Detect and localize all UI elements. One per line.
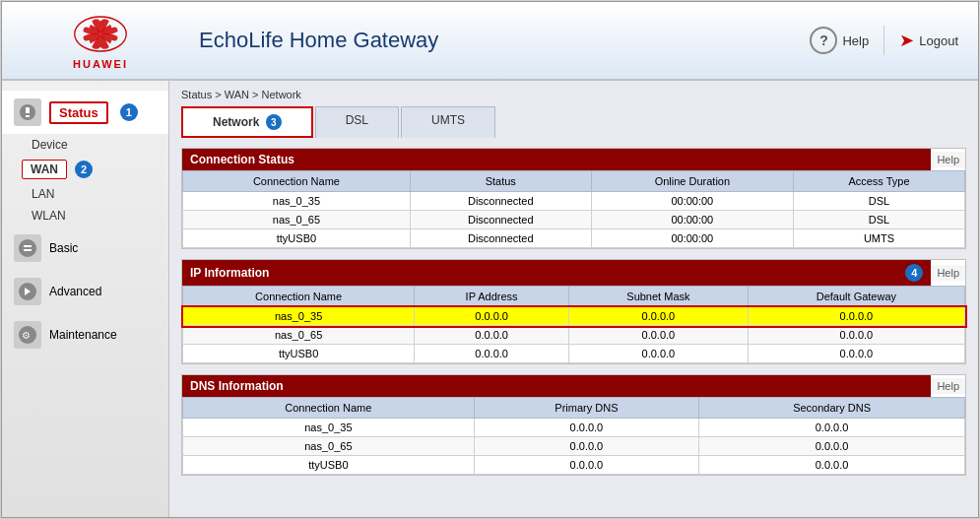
cell-name: nas_0_35 [183,192,411,211]
ip-information-section: IP Information 4 Help Connection Name IP… [181,259,966,364]
main-content: Status > WAN > Network Network 3 DSL UMT… [169,81,978,517]
cell-gateway: 0.0.0.0 [748,345,964,363]
cell-name: nas_0_65 [183,437,475,456]
tab-umts-label: UMTS [431,113,465,127]
cell-name: nas_0_35 [183,307,415,326]
cell-name: ttyUSB0 [183,229,411,248]
advanced-label: Advanced [49,285,101,298]
maintenance-label: Maintenance [49,328,117,342]
table-row: nas_0_35 0.0.0.0 0.0.0.0 [183,419,965,437]
wan-badge-num: 2 [75,161,93,178]
cell-access: DSL [794,211,965,229]
tab-dsl[interactable]: DSL [315,106,399,138]
help-label: Help [842,33,869,48]
tab-network-label: Network [213,115,259,129]
col-subnet-mask: Subnet Mask [568,287,748,307]
status-icon [14,98,41,126]
status-badge-num: 1 [120,103,138,121]
table-row: nas_0_65 Disconnected 00:00:00 DSL [183,211,965,229]
connection-status-help[interactable]: Help [931,152,965,167]
dns-info-header: DNS Information [182,375,931,397]
table-row-highlighted: nas_0_35 0.0.0.0 0.0.0.0 0.0.0.0 [183,307,965,326]
cell-secondary-dns: 0.0.0.0 [699,437,965,456]
cell-ip: 0.0.0.0 [415,345,569,363]
tab-network-badge: 3 [266,114,282,130]
col-primary-dns: Primary DNS [474,398,698,419]
logout-label: Logout [919,33,958,48]
advanced-icon [14,278,41,305]
ip-info-header: IP Information 4 [182,260,931,286]
cell-duration: 00:00:00 [591,229,793,248]
svg-point-4 [19,239,36,257]
cell-primary-dns: 0.0.0.0 [474,437,698,456]
table-row: ttyUSB0 0.0.0.0 0.0.0.0 0.0.0.0 [183,345,965,363]
cell-name: ttyUSB0 [183,345,415,363]
cell-status: Disconnected [410,211,591,229]
sidebar-item-maintenance[interactable]: ⚙ Maintenance [2,313,168,357]
dns-info-help[interactable]: Help [931,378,965,394]
col-connection-name: Connection Name [183,171,411,192]
connection-status-table: Connection Name Status Online Duration A… [182,170,965,248]
col-connection-name: Connection Name [183,398,475,419]
table-row: nas_0_35 Disconnected 00:00:00 DSL [183,192,965,211]
cell-name: nas_0_65 [183,326,415,345]
status-label: Status [49,101,108,124]
cell-primary-dns: 0.0.0.0 [474,419,698,437]
sidebar-item-wlan[interactable]: WLAN [22,205,168,227]
help-button[interactable]: ? Help [810,27,869,54]
tab-umts[interactable]: UMTS [401,106,495,138]
tab-bar: Network 3 DSL UMTS [181,106,966,138]
dns-info-table: Connection Name Primary DNS Secondary DN… [182,397,965,475]
col-access-type: Access Type [794,171,965,192]
connection-status-header: Connection Status [182,149,931,170]
sidebar-item-lan[interactable]: LAN [22,183,168,205]
cell-name: ttyUSB0 [183,456,475,475]
cell-access: DSL [794,192,965,211]
cell-status: Disconnected [410,229,591,248]
cell-subnet: 0.0.0.0 [568,345,748,363]
col-ip-address: IP Address [415,287,569,307]
logout-button[interactable]: ➤ Logout [899,30,958,51]
status-submenu: Device WAN 2 LAN WLAN [2,134,168,227]
tab-network[interactable]: Network 3 [181,106,313,138]
app-title: EchoLife Home Gateway [179,28,810,53]
huawei-logo-icon [66,12,135,56]
sidebar-item-status[interactable]: Status 1 [2,91,168,134]
table-row: ttyUSB0 0.0.0.0 0.0.0.0 [183,456,965,475]
ip-info-title: IP Information [190,266,269,280]
logo-area: HUAWEI [22,12,179,70]
maintenance-icon: ⚙ [14,321,41,349]
sidebar-item-wan[interactable]: WAN [22,160,67,179]
ip-info-help[interactable]: Help [931,265,965,281]
cell-duration: 00:00:00 [591,192,793,211]
svg-rect-3 [26,115,30,117]
svg-text:⚙: ⚙ [22,330,31,341]
col-default-gateway: Default Gateway [748,287,964,307]
help-icon: ? [810,27,837,54]
col-connection-name: Connection Name [183,287,415,307]
sidebar-item-advanced[interactable]: Advanced [2,270,168,313]
dns-info-title: DNS Information [190,379,284,393]
cell-duration: 00:00:00 [591,211,793,229]
basic-label: Basic [49,241,78,255]
sidebar-item-basic[interactable]: Basic [2,227,168,270]
cell-name: nas_0_65 [183,211,411,229]
tab-dsl-label: DSL [346,113,368,127]
table-row: nas_0_65 0.0.0.0 0.0.0.0 [183,437,965,456]
cell-name: nas_0_35 [183,419,475,437]
table-row: ttyUSB0 Disconnected 00:00:00 UMTS [183,229,965,248]
cell-secondary-dns: 0.0.0.0 [699,419,965,437]
sidebar-item-device[interactable]: Device [22,134,168,156]
svg-rect-2 [26,107,30,113]
dns-information-section: DNS Information Help Connection Name Pri… [181,374,966,476]
cell-secondary-dns: 0.0.0.0 [699,456,965,475]
table-row: nas_0_65 0.0.0.0 0.0.0.0 0.0.0.0 [183,326,965,345]
col-secondary-dns: Secondary DNS [699,398,965,419]
huawei-brand-text: HUAWEI [73,58,128,70]
breadcrumb: Status > WAN > Network [181,89,966,100]
ip-info-badge: 4 [905,264,923,282]
logout-icon: ➤ [899,30,914,51]
col-online-duration: Online Duration [591,171,793,192]
cell-ip: 0.0.0.0 [415,326,569,345]
sidebar: Status 1 Device WAN 2 LAN WLAN Basic [2,81,169,517]
